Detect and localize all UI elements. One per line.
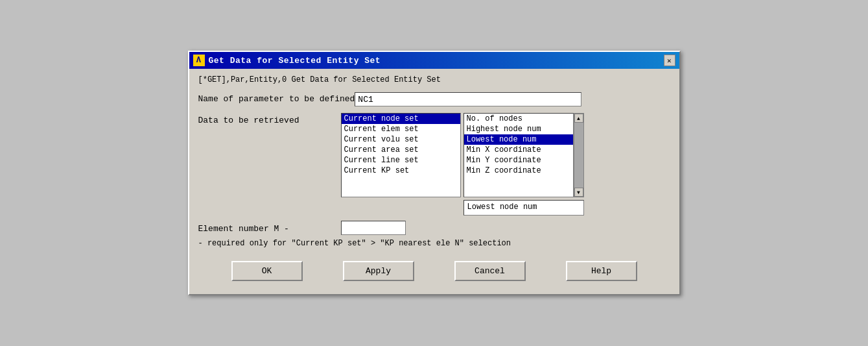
scroll-down-button[interactable]: ▼ (574, 188, 583, 197)
apply-button[interactable]: Apply (343, 261, 414, 281)
dialog-window: Λ Get Data for Selected Entity Set ✕ [*G… (188, 51, 681, 295)
title-bar: Λ Get Data for Selected Entity Set ✕ (189, 52, 679, 69)
title-bar-left: Λ Get Data for Selected Entity Set (193, 55, 381, 66)
param-input[interactable] (355, 92, 581, 106)
element-row: Element number M - (198, 221, 670, 235)
list-item[interactable]: Current line set (342, 155, 460, 166)
command-line: [*GET],Par,Entity,0 Get Data for Selecte… (198, 75, 670, 84)
scroll-up-button[interactable]: ▲ (574, 114, 583, 123)
scroll-track (574, 123, 583, 188)
param-row: Name of parameter to be defined (198, 92, 670, 106)
window-title: Get Data for Selected Entity Set (209, 56, 381, 66)
cancel-button[interactable]: Cancel (454, 261, 526, 281)
list-item[interactable]: Min Z coordinate (464, 166, 573, 176)
ok-button[interactable]: OK (231, 261, 303, 281)
list-item[interactable]: Min X coordinate (464, 145, 573, 155)
list-item[interactable]: Min Y coordinate (464, 155, 573, 166)
left-listbox[interactable]: Current node set Current elem set Curren… (341, 113, 461, 197)
list-item[interactable]: Current elem set (342, 124, 460, 134)
param-label: Name of parameter to be defined (198, 92, 355, 104)
selected-value-display: Lowest node num (463, 200, 584, 216)
list-item[interactable]: No. of nodes (464, 114, 573, 124)
list-item[interactable]: Current volu set (342, 134, 460, 145)
app-icon: Λ (193, 55, 205, 66)
right-listbox[interactable]: No. of nodes Highest node num Lowest nod… (463, 113, 574, 197)
list-item[interactable]: Current node set (342, 114, 460, 124)
note-text: - required only for "Current KP set" > "… (198, 239, 670, 248)
list-item[interactable]: Current area set (342, 145, 460, 155)
help-button[interactable]: Help (566, 261, 637, 281)
list-item[interactable]: Current KP set (342, 166, 460, 176)
element-input[interactable] (341, 221, 406, 235)
data-label: Data to be retrieved (198, 113, 341, 125)
list-item[interactable]: Lowest node num (464, 134, 573, 145)
close-button[interactable]: ✕ (664, 55, 675, 66)
list-item[interactable]: Highest node num (464, 124, 573, 134)
button-row: OK Apply Cancel Help (198, 257, 670, 285)
element-label: Element number M - (198, 222, 341, 234)
data-row: Data to be retrieved Current node set Cu… (198, 113, 670, 216)
right-scrollbar[interactable]: ▲ ▼ (574, 113, 584, 197)
dialog-content: [*GET],Par,Entity,0 Get Data for Selecte… (189, 69, 679, 294)
